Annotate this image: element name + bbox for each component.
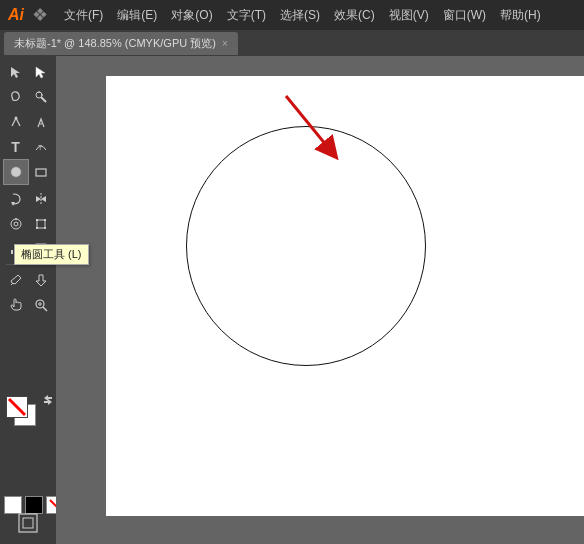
menu-select[interactable]: 选择(S) [274, 5, 326, 26]
add-anchor-tool[interactable] [29, 110, 53, 134]
screen-mode[interactable] [17, 512, 39, 536]
svg-line-2 [41, 97, 46, 102]
svg-rect-16 [36, 219, 38, 221]
menu-bar: 文件(F) 编辑(E) 对象(O) 文字(T) 选择(S) 效果(C) 视图(V… [58, 5, 547, 26]
svg-point-8 [11, 167, 21, 177]
menu-edit[interactable]: 编辑(E) [111, 5, 163, 26]
menu-effect[interactable]: 效果(C) [328, 5, 381, 26]
svg-rect-15 [37, 220, 45, 228]
menu-object[interactable]: 对象(O) [165, 5, 218, 26]
tab-bar: 未标题-1* @ 148.85% (CMYK/GPU 预览) × [0, 30, 584, 56]
svg-line-29 [11, 283, 13, 285]
type-path-tool[interactable]: T [29, 135, 53, 159]
lasso-tool[interactable] [4, 85, 28, 109]
svg-rect-36 [19, 514, 37, 532]
select-tool[interactable] [4, 60, 28, 84]
tool-row-lasso [4, 85, 53, 109]
tool-row-eyedropper [4, 268, 53, 292]
paint-bucket-tool[interactable] [29, 268, 53, 292]
tool-row-shape [4, 160, 53, 184]
svg-rect-18 [36, 227, 38, 229]
svg-marker-1 [36, 67, 45, 78]
tool-row-warp [4, 212, 53, 236]
svg-point-13 [14, 222, 18, 226]
canvas-area[interactable] [56, 56, 584, 544]
eyedropper-tool[interactable] [4, 268, 28, 292]
tool-row-pen [4, 110, 53, 134]
svg-rect-19 [44, 227, 46, 229]
menu-window[interactable]: 窗口(W) [437, 5, 492, 26]
svg-point-14 [15, 218, 17, 220]
svg-rect-17 [44, 219, 46, 221]
menu-text[interactable]: 文字(T) [221, 5, 272, 26]
document-tab[interactable]: 未标题-1* @ 148.85% (CMYK/GPU 预览) × [4, 32, 238, 55]
swap-icon[interactable] [42, 394, 54, 408]
svg-rect-20 [11, 250, 13, 254]
svg-point-6 [14, 117, 17, 120]
menu-help[interactable]: 帮助(H) [494, 5, 547, 26]
zoom-tool[interactable] [29, 293, 53, 317]
magic-wand-tool[interactable] [29, 85, 53, 109]
fill-stroke-section [4, 394, 54, 474]
canvas-surface [106, 76, 584, 516]
hand-tool[interactable] [4, 293, 28, 317]
svg-rect-37 [23, 518, 33, 528]
circle-shape [186, 126, 426, 366]
free-transform-tool[interactable] [29, 212, 53, 236]
main-layout: T T 椭圆工具 (L) [0, 56, 584, 544]
svg-line-31 [43, 307, 47, 311]
reflect-tool[interactable] [29, 187, 53, 211]
app-logo: Ai [8, 6, 24, 24]
tool-row-type: T T [4, 135, 53, 159]
rotate-tool[interactable] [4, 187, 28, 211]
rectangle-tool[interactable] [29, 160, 53, 184]
tab-close-button[interactable]: × [222, 38, 228, 49]
svg-line-34 [9, 399, 25, 415]
tab-label: 未标题-1* @ 148.85% (CMYK/GPU 预览) [14, 36, 216, 51]
svg-rect-9 [36, 169, 46, 176]
pen-tool[interactable] [4, 110, 28, 134]
tool-row-select [4, 60, 53, 84]
svg-point-12 [11, 219, 21, 229]
direct-select-tool[interactable] [29, 60, 53, 84]
menu-view[interactable]: 视图(V) [383, 5, 435, 26]
type-tool[interactable]: T [4, 135, 28, 159]
toolbar: T T 椭圆工具 (L) [0, 56, 56, 544]
tool-tooltip: 椭圆工具 (L) [14, 244, 89, 265]
ellipse-tool[interactable] [4, 160, 28, 184]
svg-text:T: T [38, 144, 43, 151]
warp-tool[interactable] [4, 212, 28, 236]
title-bar: Ai ❖ 文件(F) 编辑(E) 对象(O) 文字(T) 选择(S) 效果(C)… [0, 0, 584, 30]
svg-marker-0 [11, 67, 20, 78]
tool-row-view [4, 293, 53, 317]
fill-swatch[interactable] [6, 396, 28, 418]
tool-row-transform [4, 187, 53, 211]
menu-file[interactable]: 文件(F) [58, 5, 109, 26]
